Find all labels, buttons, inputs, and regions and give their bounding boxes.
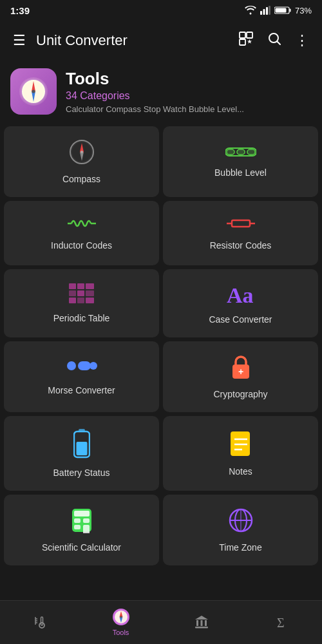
top-bar: ☰ Unit Converter ⋮ [0, 21, 322, 61]
svg-rect-8 [247, 32, 252, 38]
morse-converter-icon [66, 358, 97, 379]
inductor-codes-icon [68, 216, 96, 234]
svg-rect-85 [205, 620, 207, 626]
svg-rect-64 [83, 518, 90, 523]
bottom-nav: Tools Σ [0, 600, 322, 644]
compass-label: Compass [62, 174, 100, 184]
tools-compass-icon [112, 608, 130, 626]
svg-rect-35 [232, 220, 250, 227]
hero-icon [10, 68, 57, 115]
status-time: 1:39 [10, 5, 30, 16]
svg-rect-84 [200, 620, 202, 626]
hero-text: Tools 34 Categories Calculator Compass S… [66, 69, 312, 114]
svg-rect-7 [240, 32, 245, 38]
svg-text:+: + [238, 366, 243, 377]
time-zone-icon [228, 507, 254, 536]
svg-rect-37 [69, 283, 76, 289]
time-zone-label: Time Zone [219, 542, 261, 553]
top-actions: ⋮ [233, 26, 314, 55]
nav-item-bank[interactable] [161, 614, 242, 630]
svg-point-47 [67, 361, 76, 370]
svg-line-12 [278, 42, 281, 45]
more-icon[interactable]: ⋮ [290, 27, 314, 54]
svg-rect-2 [266, 7, 268, 15]
svg-rect-3 [269, 6, 270, 15]
status-icons: 73% [245, 6, 312, 15]
svg-rect-9 [240, 39, 245, 45]
svg-marker-82 [195, 616, 208, 620]
case-converter-icon: Aa [225, 282, 256, 308]
periodic-table-label: Periodic Table [53, 313, 110, 323]
resistor-codes-icon [227, 216, 255, 234]
svg-rect-43 [69, 298, 76, 303]
svg-rect-42 [86, 290, 94, 296]
search-icon[interactable] [261, 26, 287, 55]
svg-point-19 [32, 90, 35, 93]
signal-icon [260, 6, 270, 15]
grid-item-cryptography[interactable]: + Cryptography [163, 341, 318, 412]
case-converter-label: Case Converter [209, 314, 272, 325]
status-bar: 1:39 73% [0, 0, 322, 21]
battery-status-icon [73, 429, 90, 461]
svg-rect-5 [289, 9, 290, 12]
nav-item-sigma[interactable]: Σ [242, 614, 322, 630]
grid-item-notes[interactable]: Notes [163, 416, 318, 491]
grid-star-icon[interactable] [233, 26, 259, 55]
grid-item-inductor-codes[interactable]: Inductor Codes [4, 201, 159, 265]
scientific-calculator-icon [71, 507, 93, 536]
inductor-codes-label: Inductor Codes [51, 240, 112, 251]
morse-converter-label: Morse Converter [48, 385, 115, 395]
svg-rect-44 [77, 298, 84, 303]
thermometer-icon [33, 614, 48, 630]
svg-rect-63 [74, 518, 80, 523]
svg-rect-76 [41, 617, 43, 625]
nav-item-tools[interactable]: Tools [80, 608, 161, 636]
hero-title: Tools [66, 69, 312, 89]
bubble-level-icon [225, 146, 256, 161]
svg-rect-65 [74, 525, 80, 529]
grid-item-resistor-codes[interactable]: Resistor Codes [163, 201, 318, 265]
svg-rect-40 [69, 290, 76, 296]
battery-status-icon [274, 6, 291, 15]
svg-rect-56 [76, 442, 87, 455]
grid-item-case-converter[interactable]: Aa Case Converter [163, 269, 318, 337]
svg-rect-45 [86, 298, 94, 303]
grid-item-compass[interactable]: Compass [4, 126, 159, 197]
grid-item-time-zone[interactable]: Time Zone [163, 495, 318, 565]
hero-section: Tools 34 Categories Calculator Compass S… [0, 61, 322, 122]
hero-description: Calculator Compass Stop Watch Bubble Lev… [66, 104, 312, 114]
svg-rect-62 [74, 511, 90, 516]
battery-percent: 73% [295, 6, 312, 15]
main-content: Compass Bubble Level Inductor Codes Resi… [0, 122, 322, 600]
app-title: Unit Converter [36, 32, 233, 49]
tools-nav-label: Tools [113, 629, 129, 636]
bank-icon [194, 614, 209, 630]
svg-point-50 [90, 362, 97, 370]
hamburger-icon[interactable]: ☰ [8, 27, 31, 54]
svg-point-81 [120, 616, 122, 618]
compass-icon [69, 139, 95, 167]
cryptography-label: Cryptography [213, 389, 267, 399]
nav-item-thermometer[interactable] [0, 614, 80, 630]
grid-item-battery-status[interactable]: Battery Status [4, 416, 159, 491]
svg-rect-83 [196, 620, 198, 626]
svg-text:Σ: Σ [277, 616, 285, 630]
scientific-calculator-label: Scientific Calculator [42, 542, 121, 553]
sigma-icon: Σ [274, 614, 290, 630]
battery-status-label: Battery Status [53, 468, 110, 478]
svg-rect-39 [86, 283, 94, 289]
svg-rect-0 [260, 11, 262, 15]
svg-rect-6 [275, 8, 286, 13]
svg-rect-66 [83, 525, 90, 533]
grid-item-scientific-calculator[interactable]: Scientific Calculator [4, 495, 159, 565]
grid-item-bubble-level[interactable]: Bubble Level [163, 126, 318, 197]
grid-item-morse-converter[interactable]: Morse Converter [4, 341, 159, 412]
grid-item-periodic-table[interactable]: Periodic Table [4, 269, 159, 337]
cryptography-icon: + [229, 354, 252, 383]
svg-rect-48 [78, 361, 91, 370]
periodic-table-icon [69, 283, 95, 307]
notes-label: Notes [229, 466, 252, 477]
svg-marker-10 [247, 39, 252, 44]
svg-text:Aa: Aa [227, 283, 254, 305]
svg-point-24 [80, 151, 83, 153]
